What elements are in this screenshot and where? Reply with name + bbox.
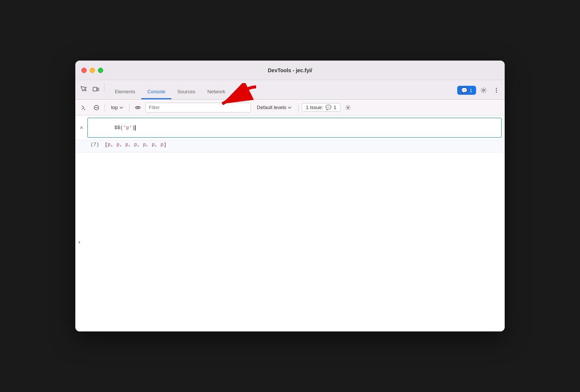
tab-more[interactable]: » <box>231 86 246 99</box>
log-levels-selector[interactable]: Default levels <box>253 103 295 111</box>
console-settings-icon[interactable] <box>343 102 353 113</box>
svg-rect-1 <box>97 88 99 91</box>
issues-message-icon: 💬 <box>325 105 331 110</box>
tab-network[interactable]: Network <box>201 86 232 99</box>
svg-point-10 <box>137 106 139 108</box>
tab-sources[interactable]: Sources <box>171 86 201 99</box>
more-options-icon[interactable] <box>491 85 502 96</box>
console-input-row: ✕ $$('p') <box>75 115 505 140</box>
filter-input[interactable] <box>145 103 251 112</box>
toolbar-sep-2 <box>129 103 130 112</box>
message-icon: 💬 <box>461 87 467 93</box>
console-input-display[interactable]: $$('p') <box>87 118 502 138</box>
console-prompt-row: › <box>75 152 505 331</box>
console-area: ✕ $$('p') (7) [p, p, p, p, p, p, p] › <box>75 115 505 331</box>
code-string-value: 'p' <box>123 125 132 131</box>
devtools-window: DevTools - jec.fyi/ Elements Cons <box>75 61 505 331</box>
issues-count: 1 <box>334 105 336 110</box>
output-count: (7) <box>90 142 102 147</box>
eye-icon[interactable] <box>133 102 143 113</box>
title-bar: DevTools - jec.fyi/ <box>75 61 505 80</box>
badge-count: 1 <box>470 88 472 93</box>
close-button[interactable] <box>81 68 87 73</box>
console-output-row: (7) [p, p, p, p, p, p, p] <box>75 140 505 152</box>
cursor <box>135 125 136 131</box>
context-selector[interactable]: top <box>108 103 126 111</box>
tabs: Elements Console Sources Network » <box>109 86 457 99</box>
messages-badge-button[interactable]: 💬 1 <box>457 86 476 95</box>
output-value[interactable]: [p, p, p, p, p, p, p] <box>105 142 166 147</box>
tab-bar-right: 💬 1 <box>457 85 502 99</box>
separator <box>104 83 104 92</box>
prompt-chevron-icon: › <box>78 239 80 245</box>
code-function: $$ <box>114 125 120 131</box>
maximize-button[interactable] <box>98 68 103 73</box>
window-title: DevTools - jec.fyi/ <box>268 67 312 73</box>
console-toolbar: top Default levels 1 Issue: 💬 1 <box>75 100 505 115</box>
svg-point-11 <box>347 107 349 108</box>
tab-elements[interactable]: Elements <box>109 86 141 99</box>
settings-icon[interactable] <box>478 85 489 96</box>
toolbar-sep-3 <box>298 103 299 112</box>
issues-label: 1 Issue: <box>306 105 323 110</box>
svg-point-4 <box>496 90 497 91</box>
minimize-button[interactable] <box>90 68 95 73</box>
issues-button[interactable]: 1 Issue: 💬 1 <box>302 103 340 112</box>
tab-bar-icons <box>78 83 106 99</box>
svg-point-2 <box>483 90 485 91</box>
clear-console-icon[interactable] <box>91 102 102 113</box>
tab-bar: Elements Console Sources Network » 💬 1 <box>75 80 505 100</box>
device-toolbar-icon[interactable] <box>90 84 101 94</box>
traffic-lights <box>81 68 103 73</box>
execute-script-icon[interactable] <box>78 102 89 113</box>
svg-rect-0 <box>93 87 97 91</box>
clear-input-button[interactable]: ✕ <box>78 125 84 131</box>
svg-point-3 <box>496 88 497 89</box>
inspect-element-icon[interactable] <box>78 84 89 94</box>
toolbar-sep-1 <box>105 103 105 112</box>
svg-point-5 <box>496 92 497 93</box>
tab-console[interactable]: Console <box>141 86 171 99</box>
